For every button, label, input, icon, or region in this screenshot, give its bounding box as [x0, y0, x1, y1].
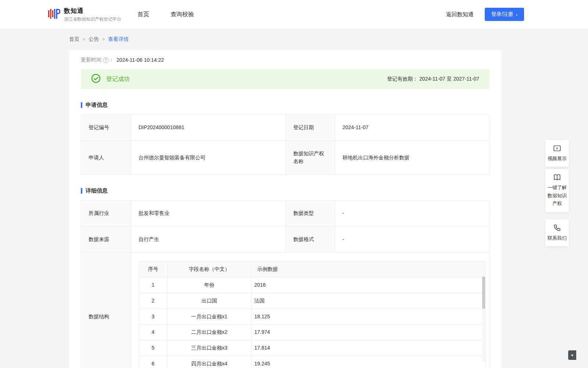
- apply-info-table: 登记编号 DIP2024000010881 登记日期 2024-11-07 申请…: [81, 114, 490, 175]
- book-icon: [547, 173, 567, 181]
- structure-row: 4 二月出口金额x2 17.974: [139, 325, 485, 340]
- structure-table: 序号 字段名称（中文） 示例数据 1 年份 2016 2 出口国 法国: [139, 261, 485, 368]
- seq-cell: 6: [139, 356, 168, 368]
- top-header: 数知通 浙江省数据知识产权登记平台 首页 查询校验 返回数知通 登录/注册 ›: [0, 0, 588, 29]
- reg-no-value: DIP2024000010881: [131, 115, 286, 141]
- seq-cell: 2: [139, 293, 168, 309]
- table-row: 数据结构 序号 字段名称（中文） 示例数据 1 年份 2016: [81, 252, 490, 368]
- breadcrumb-separator: >: [102, 37, 105, 42]
- phone-icon: [547, 224, 567, 232]
- table-row: 登记编号 DIP2024000010881 登记日期 2024-11-07: [81, 115, 490, 141]
- table-row: 申请人 台州德尔曼智能装备有限公司 数据知识产权名称 耕地机出口海外金额分析数据: [81, 141, 490, 174]
- update-time-value: 2024-11-06 10:14:22: [116, 57, 164, 63]
- site-title: 数知通: [64, 7, 121, 15]
- logo[interactable]: 数知通 浙江省数据知识产权登记平台: [47, 7, 121, 22]
- structure-row: 6 四月出口金额x4 19.245: [139, 356, 485, 368]
- sample-cell: 17.974: [251, 325, 485, 340]
- field-name-cell: 一月出口金额x1: [168, 309, 251, 325]
- main-nav: 首页 查询校验: [137, 11, 194, 18]
- data-type-value: -: [335, 201, 490, 227]
- update-time-colon: ：: [109, 57, 114, 63]
- dip-name-label: 数据知识产权名称: [286, 141, 335, 174]
- section-bar: [81, 188, 82, 194]
- nav-home[interactable]: 首页: [137, 11, 149, 18]
- field-name-cell: 出口国: [168, 293, 251, 309]
- one-click-guide-button[interactable]: 一键了解数据知识产权: [545, 169, 569, 212]
- logo-icon: [47, 7, 60, 22]
- table-row: 数据来源 自行产生 数据格式 -: [81, 226, 490, 252]
- sample-cell: 法国: [251, 293, 485, 309]
- col-header-seq: 序号: [139, 262, 168, 277]
- structure-header-row: 序号 字段名称（中文） 示例数据: [139, 262, 485, 277]
- floating-side-panel: 视频展示 一键了解数据知识产权 联系我们: [545, 140, 569, 246]
- success-banner: 登记成功 登记有效期： 2024-11-07 至 2027-11-07: [81, 69, 490, 89]
- data-type-label: 数据类型: [286, 201, 335, 227]
- structure-row: 2 出口国 法国: [139, 293, 485, 309]
- validity-value: 2024-11-07 至 2027-11-07: [419, 76, 479, 82]
- structure-row: 3 一月出口金额x1 18.125: [139, 309, 485, 325]
- video-icon: [547, 144, 567, 152]
- video-display-label: 视频展示: [548, 156, 567, 161]
- detail-info-table: 所属行业 批发和零售业 数据类型 - 数据来源 自行产生 数据格式 - 数据结构…: [81, 200, 490, 368]
- breadcrumb-notice[interactable]: 公告: [89, 36, 99, 43]
- reg-date-label: 登记日期: [286, 115, 335, 141]
- field-name-cell: 三月出口金额x3: [168, 340, 251, 356]
- breadcrumb: 首页 > 公告 > 查看详情: [69, 36, 588, 43]
- section-apply-info: 申请信息: [81, 102, 490, 109]
- header-right: 返回数知通 登录/注册 ›: [446, 8, 588, 21]
- structure-table-scroll-area[interactable]: 序号 字段名称（中文） 示例数据 1 年份 2016 2 出口国 法国: [139, 261, 485, 368]
- update-time-row: 更新时间 ? ： 2024-11-06 10:14:22: [81, 57, 490, 63]
- industry-value: 批发和零售业: [131, 201, 286, 227]
- reg-no-label: 登记编号: [81, 115, 131, 141]
- sample-cell: 2016: [251, 277, 485, 293]
- applicant-value: 台州德尔曼智能装备有限公司: [131, 141, 286, 174]
- field-name-cell: 二月出口金额x2: [168, 325, 251, 340]
- section-detail-title: 详细信息: [86, 187, 108, 194]
- help-icon[interactable]: ?: [103, 57, 108, 63]
- table-row: 所属行业 批发和零售业 数据类型 -: [81, 201, 490, 227]
- breadcrumb-current: 查看详情: [108, 36, 129, 43]
- data-format-label: 数据格式: [286, 226, 335, 252]
- data-format-value: -: [335, 226, 490, 252]
- data-source-value: 自行产生: [131, 226, 286, 252]
- validity-text: 登记有效期： 2024-11-07 至 2027-11-07: [387, 76, 479, 82]
- nav-query-verify[interactable]: 查询校验: [171, 11, 194, 18]
- contact-us-label: 联系我们: [548, 235, 567, 241]
- col-header-field-name: 字段名称（中文）: [168, 262, 251, 277]
- login-register-label: 登录/注册: [491, 11, 513, 18]
- site-subtitle: 浙江省数据知识产权登记平台: [64, 16, 121, 22]
- sample-cell: 18.125: [251, 309, 485, 325]
- seq-cell: 4: [139, 325, 168, 340]
- structure-row: 1 年份 2016: [139, 277, 485, 293]
- section-bar: [81, 102, 82, 108]
- update-time-label: 更新时间: [81, 57, 101, 63]
- breadcrumb-separator: >: [83, 37, 85, 42]
- data-structure-cell: 序号 字段名称（中文） 示例数据 1 年份 2016 2 出口国 法国: [131, 252, 490, 368]
- structure-row: 5 三月出口金额x3 17.814: [139, 340, 485, 356]
- dip-name-value: 耕地机出口海外金额分析数据: [335, 141, 490, 174]
- login-register-button[interactable]: 登录/注册 ›: [485, 8, 524, 21]
- field-name-cell: 四月出口金额x4: [168, 356, 251, 368]
- sample-cell: 19.245: [251, 356, 485, 368]
- breadcrumb-home[interactable]: 首页: [69, 36, 79, 43]
- seq-cell: 3: [139, 309, 168, 325]
- contact-us-button[interactable]: 联系我们: [545, 219, 569, 246]
- validity-label: 登记有效期：: [387, 76, 418, 82]
- panel-collapse-toggle[interactable]: ▾: [568, 350, 576, 360]
- col-header-sample: 示例数据: [251, 262, 485, 277]
- vertical-scrollbar[interactable]: [482, 276, 485, 362]
- check-circle-icon: [91, 74, 101, 85]
- data-structure-label: 数据结构: [81, 252, 131, 368]
- seq-cell: 1: [139, 277, 168, 293]
- status-text: 登记成功: [106, 75, 130, 83]
- section-apply-title: 申请信息: [86, 102, 108, 109]
- video-display-button[interactable]: 视频展示: [545, 140, 569, 167]
- seq-cell: 5: [139, 340, 168, 356]
- sample-cell: 17.814: [251, 340, 485, 356]
- applicant-label: 申请人: [81, 141, 131, 174]
- industry-label: 所属行业: [81, 201, 131, 227]
- scrollbar-thumb[interactable]: [482, 276, 485, 309]
- chevron-down-icon: ▾: [571, 353, 573, 358]
- section-detail-info: 详细信息: [81, 187, 490, 194]
- return-link[interactable]: 返回数知通: [446, 11, 474, 18]
